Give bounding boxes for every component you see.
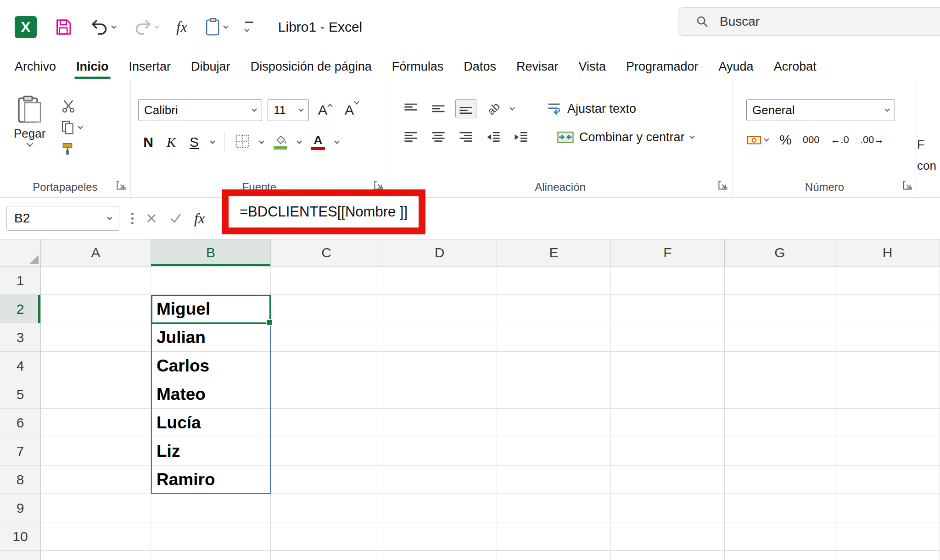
cell-F11[interactable] <box>611 551 725 560</box>
cell-F1[interactable] <box>611 266 725 295</box>
cell-G5[interactable] <box>725 380 835 409</box>
cell-F10[interactable] <box>611 522 725 551</box>
borders-dropdown-icon[interactable] <box>259 139 264 144</box>
wrap-text-button[interactable]: Ajustar texto <box>546 102 636 116</box>
borders-button[interactable] <box>235 134 250 150</box>
row-header-2[interactable]: 2 <box>0 295 41 323</box>
cell-D10[interactable] <box>382 522 497 551</box>
percent-style-button[interactable]: % <box>779 132 792 148</box>
tab-vista[interactable]: Vista <box>568 54 616 79</box>
column-header-G[interactable]: G <box>725 239 835 266</box>
column-header-C[interactable]: C <box>271 239 382 266</box>
cell-E2[interactable] <box>497 295 611 323</box>
insert-function-button[interactable]: fx <box>194 210 205 227</box>
cell-E6[interactable] <box>497 409 611 437</box>
cell-H1[interactable] <box>835 266 940 295</box>
cell-A1[interactable] <box>41 266 151 295</box>
cell-D9[interactable] <box>382 494 497 522</box>
styles-group-clipped[interactable]: F con <box>917 134 940 176</box>
select-all-corner[interactable] <box>0 239 41 266</box>
font-color-button[interactable]: A <box>311 134 325 150</box>
cell-B11[interactable] <box>151 551 271 560</box>
clipboard-dialog-launcher[interactable] <box>117 181 126 192</box>
cell-F7[interactable] <box>611 437 725 466</box>
merge-center-button[interactable]: Combinar y centrar <box>557 130 694 144</box>
cell-E3[interactable] <box>497 323 611 352</box>
cell-B2[interactable]: Miguel <box>151 295 271 323</box>
cell-H7[interactable] <box>835 437 940 466</box>
paste-special-dropdown-icon[interactable] <box>223 23 228 28</box>
cell-G2[interactable] <box>725 295 835 323</box>
tab-revisar[interactable]: Revisar <box>506 54 569 79</box>
increase-indent-button[interactable] <box>510 128 532 147</box>
cell-C2[interactable] <box>271 295 382 323</box>
cell-G7[interactable] <box>725 437 835 466</box>
cell-F4[interactable] <box>611 352 725 380</box>
row-header-4[interactable]: 4 <box>0 352 41 380</box>
cell-C10[interactable] <box>271 522 382 551</box>
cell-H11[interactable] <box>835 551 940 560</box>
cell-G6[interactable] <box>725 409 835 437</box>
save-button[interactable] <box>54 18 73 36</box>
cell-E1[interactable] <box>497 266 611 295</box>
column-header-D[interactable]: D <box>382 239 497 266</box>
formula-text[interactable]: =BDCLIENTES[[Nombre ]] <box>240 204 408 220</box>
cell-B8[interactable]: Ramiro <box>151 466 271 494</box>
cell-H2[interactable] <box>835 295 940 323</box>
cell-D11[interactable] <box>382 551 497 560</box>
excel-logo-icon[interactable]: X <box>15 16 37 38</box>
cell-H8[interactable] <box>835 466 940 494</box>
cell-E7[interactable] <box>497 437 611 466</box>
undo-dropdown-icon[interactable] <box>111 23 116 28</box>
cell-A10[interactable] <box>41 522 151 551</box>
cell-G3[interactable] <box>725 323 835 352</box>
alignment-dialog-launcher[interactable] <box>718 181 727 192</box>
cell-H3[interactable] <box>835 323 940 352</box>
align-left-button[interactable] <box>400 128 421 147</box>
format-painter-button[interactable] <box>61 142 82 156</box>
cell-A6[interactable] <box>41 409 151 437</box>
align-center-button[interactable] <box>428 128 449 147</box>
increase-font-size-button[interactable]: A <box>314 102 336 118</box>
cell-A9[interactable] <box>41 494 151 522</box>
decrease-decimal-button[interactable]: .00→ <box>860 134 884 146</box>
cancel-icon[interactable] <box>145 212 157 224</box>
align-right-button[interactable] <box>455 128 476 147</box>
column-header-F[interactable]: F <box>611 239 725 266</box>
cell-A11[interactable] <box>41 551 151 560</box>
cell-H9[interactable] <box>835 494 940 522</box>
row-header-5[interactable]: 5 <box>0 380 41 409</box>
cell-G4[interactable] <box>725 352 835 380</box>
cell-F9[interactable] <box>611 494 725 522</box>
cell-D5[interactable] <box>382 380 497 409</box>
cell-A4[interactable] <box>41 352 151 380</box>
cell-B3[interactable]: Julian <box>151 323 271 352</box>
cell-B9[interactable] <box>151 494 271 522</box>
cell-B10[interactable] <box>151 522 271 551</box>
enter-icon[interactable] <box>169 212 182 224</box>
cell-D8[interactable] <box>382 466 497 494</box>
merge-dropdown-icon[interactable] <box>689 133 694 139</box>
cell-F8[interactable] <box>611 466 725 494</box>
undo-button[interactable] <box>90 17 116 37</box>
cell-H6[interactable] <box>835 409 940 437</box>
cell-E5[interactable] <box>497 380 611 409</box>
row-header-11[interactable] <box>0 551 41 560</box>
orientation-dropdown-icon[interactable] <box>509 105 515 110</box>
align-middle-button[interactable] <box>428 99 449 118</box>
cell-C3[interactable] <box>271 323 382 352</box>
align-bottom-button[interactable] <box>455 99 476 118</box>
column-header-H[interactable]: H <box>835 239 940 266</box>
cell-C5[interactable] <box>271 380 382 409</box>
customize-quick-access-button[interactable] <box>245 22 253 33</box>
fill-color-dropdown-icon[interactable] <box>297 139 302 144</box>
row-header-10[interactable]: 10 <box>0 522 41 551</box>
align-top-button[interactable] <box>400 99 421 118</box>
tab-datos[interactable]: Datos <box>453 54 506 79</box>
cut-button[interactable] <box>61 99 82 113</box>
redo-dropdown-icon[interactable] <box>154 23 159 28</box>
cell-E11[interactable] <box>497 551 611 560</box>
tab-archivo[interactable]: Archivo <box>5 54 66 79</box>
cell-F3[interactable] <box>611 323 725 352</box>
row-header-1[interactable]: 1 <box>0 266 41 295</box>
